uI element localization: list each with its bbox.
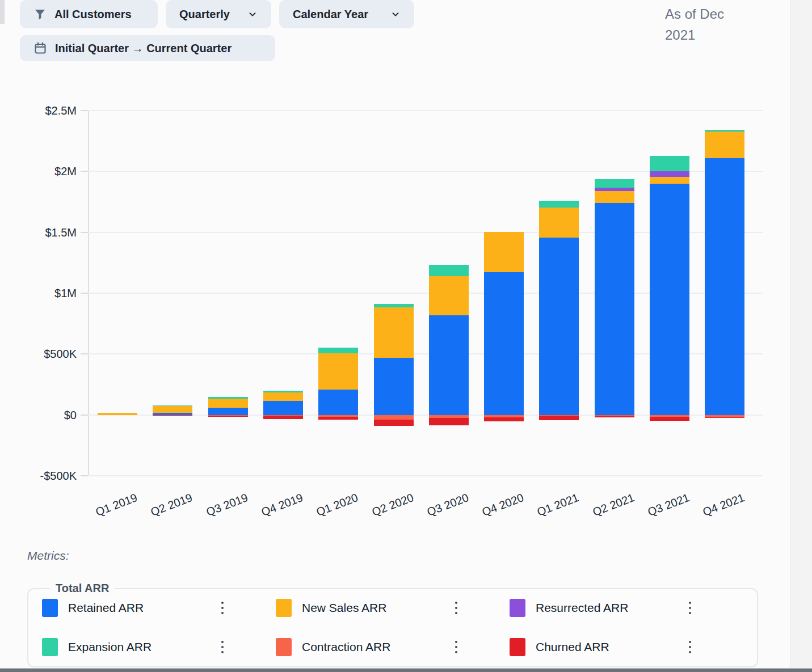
resurrected-arr-swatch (510, 599, 525, 617)
bar-segment[interactable] (318, 353, 358, 389)
arr-stacked-bar-chart: $2.5M$2M$1.5M$1M$500K$0-$500KQ1 2019Q2 2… (0, 0, 812, 544)
legend-item-label: Churned ARR (536, 640, 609, 654)
bar-segment[interactable] (539, 201, 579, 208)
total-arr-legend-group: Total ARR Retained ARR New Sales ARR Res… (27, 588, 758, 667)
legend-item-new-sales-arr[interactable]: New Sales ARR (276, 599, 510, 617)
legend-grid: Retained ARR New Sales ARR Resurrected A… (28, 589, 757, 656)
bar-segment[interactable] (374, 358, 414, 415)
bar-segment[interactable] (705, 158, 744, 415)
metrics-section-label: Metrics: (27, 549, 69, 563)
bar-segment[interactable] (318, 390, 358, 415)
bar-segment[interactable] (153, 415, 192, 416)
bar-segment[interactable] (484, 272, 524, 415)
x-axis-label: Q1 2021 (536, 491, 581, 519)
bar-segment[interactable] (705, 132, 744, 158)
y-axis-label: $2.5M (0, 104, 77, 117)
bar-segment[interactable] (429, 418, 469, 425)
legend-item-churned-arr[interactable]: Churned ARR (510, 638, 743, 656)
x-axis-label: Q1 2020 (315, 491, 360, 519)
legend-group-title: Total ARR (50, 582, 115, 595)
legend-item-menu-icon[interactable] (453, 639, 460, 656)
bar-segment[interactable] (263, 416, 303, 419)
bar-segment[interactable] (484, 417, 524, 421)
legend-item-menu-icon[interactable] (687, 639, 693, 656)
bar-segment[interactable] (263, 392, 303, 401)
bar-segment[interactable] (539, 238, 579, 415)
bar-segment[interactable] (318, 417, 358, 420)
legend-item-resurrected-arr[interactable]: Resurrected ARR (510, 599, 743, 617)
bar-segment[interactable] (595, 191, 634, 203)
bar-segment[interactable] (705, 417, 744, 418)
bar-segment[interactable] (318, 348, 358, 354)
bar-segment[interactable] (153, 405, 192, 406)
gridline (88, 475, 763, 476)
y-tick (81, 293, 88, 294)
legend-item-menu-icon[interactable] (219, 599, 226, 616)
expansion-arr-swatch (42, 638, 58, 656)
y-tick (81, 415, 88, 416)
bar-segment[interactable] (705, 130, 744, 132)
window-bottom-edge (0, 668, 812, 672)
x-axis-label: Q4 2019 (259, 491, 305, 519)
bar-segment[interactable] (374, 307, 414, 358)
bar-segment[interactable] (374, 304, 414, 307)
bar-segment[interactable] (595, 179, 634, 188)
bar-segment[interactable] (595, 203, 634, 415)
y-axis-label: $500K (0, 347, 77, 361)
y-axis-label: -$500K (0, 469, 77, 483)
x-axis-label: Q3 2020 (425, 491, 470, 519)
y-axis-label: $1M (0, 286, 77, 300)
bar-segment[interactable] (539, 416, 579, 420)
bar-segment[interactable] (153, 406, 192, 413)
chart-plot-area (88, 111, 763, 476)
bar-segment[interactable] (208, 408, 248, 415)
bar-segment[interactable] (98, 413, 137, 415)
x-axis-label: Q3 2019 (204, 491, 250, 519)
x-axis-label: Q4 2021 (701, 491, 747, 519)
legend-item-retained-arr[interactable]: Retained ARR (42, 599, 276, 617)
x-axis-label: Q2 2020 (370, 491, 415, 519)
legend-item-menu-icon[interactable] (219, 639, 226, 656)
bar-segment[interactable] (539, 208, 579, 238)
legend-item-label: New Sales ARR (302, 601, 386, 615)
y-tick (81, 475, 88, 476)
y-tick (81, 232, 88, 233)
contraction-arr-swatch (276, 638, 292, 656)
retained-arr-swatch (42, 599, 58, 617)
y-axis-label: $2M (0, 164, 77, 178)
legend-item-label: Expansion ARR (68, 640, 152, 654)
bar-segment[interactable] (650, 177, 689, 184)
y-tick (81, 110, 88, 111)
bar-segment[interactable] (429, 265, 469, 276)
legend-item-menu-icon[interactable] (453, 599, 460, 616)
bar-segment[interactable] (374, 420, 414, 426)
bar-segment[interactable] (650, 171, 689, 177)
new-sales-arr-swatch (276, 599, 292, 617)
churned-arr-swatch (510, 638, 525, 656)
bar-segment[interactable] (263, 391, 303, 392)
bar-segment[interactable] (595, 188, 634, 191)
bar-segment[interactable] (650, 156, 689, 171)
bar-segment[interactable] (208, 399, 248, 408)
legend-item-expansion-arr[interactable]: Expansion ARR (42, 638, 276, 656)
bar-segment[interactable] (429, 276, 469, 315)
y-axis-label: $1.5M (0, 226, 77, 239)
legend-item-contraction-arr[interactable]: Contraction ARR (276, 638, 510, 656)
legend-item-label: Retained ARR (68, 601, 144, 615)
y-tick (81, 171, 88, 172)
bar-segment[interactable] (263, 401, 303, 415)
bar-segment[interactable] (208, 397, 248, 399)
legend-item-menu-icon[interactable] (687, 599, 693, 616)
bar-segment[interactable] (484, 232, 524, 272)
gridline (88, 110, 763, 111)
bar-segment[interactable] (208, 416, 248, 417)
bar-segment[interactable] (374, 415, 414, 420)
window-right-edge (790, 0, 812, 672)
bar-segment[interactable] (429, 315, 469, 415)
legend-item-label: Contraction ARR (302, 640, 390, 654)
bar-segment[interactable] (650, 184, 689, 415)
y-tick (81, 353, 88, 354)
bar-segment[interactable] (650, 417, 689, 421)
bar-segment[interactable] (595, 416, 634, 417)
x-axis-label: Q2 2021 (591, 491, 636, 519)
